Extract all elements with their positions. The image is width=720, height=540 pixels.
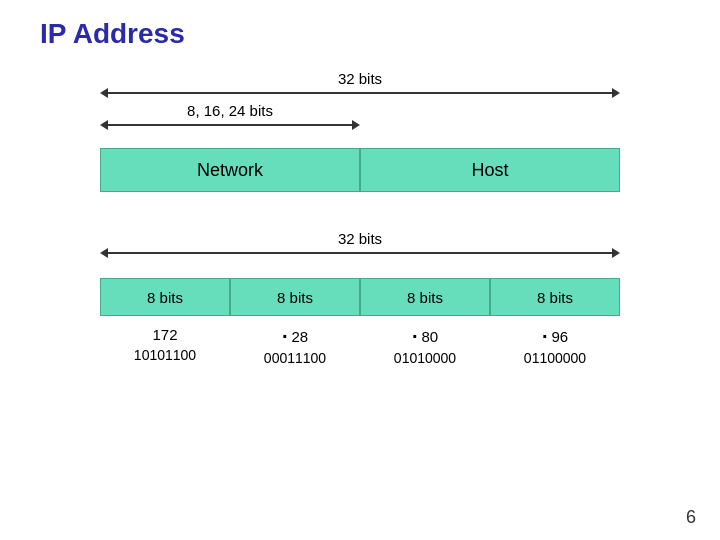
arrow-line-top <box>108 92 612 94</box>
num-decimal-4: · 96 <box>542 326 568 346</box>
arrowhead-right-816 <box>352 120 360 130</box>
arrowhead-right-bottom <box>612 248 620 258</box>
num-cell-2: · 28 00011100 <box>230 326 360 366</box>
bits-box-1: 8 bits <box>100 278 230 316</box>
num-decimal-1: 172 <box>152 326 177 343</box>
num-decimal-3: · 80 <box>412 326 438 346</box>
arrow-32-bottom-label: 32 bits <box>338 230 382 247</box>
arrowhead-left-top <box>100 88 108 98</box>
binary-2: 00011100 <box>264 350 326 366</box>
arrowhead-left-bottom <box>100 248 108 258</box>
page-title: IP Address <box>40 18 185 50</box>
arrow-8-16-label: 8, 16, 24 bits <box>187 102 273 119</box>
dot-sep-2: · <box>412 326 418 346</box>
network-box: Network <box>100 148 360 192</box>
decimal-2: 28 <box>291 328 308 345</box>
bits-box-2: 8 bits <box>230 278 360 316</box>
num-cell-1: 172 10101100 <box>100 326 230 366</box>
num-cell-4: · 96 01100000 <box>490 326 620 366</box>
page-number: 6 <box>686 507 696 528</box>
arrow-8-16: 8, 16, 24 bits <box>100 120 360 130</box>
decimal-4: 96 <box>551 328 568 345</box>
dot-sep-3: · <box>542 326 548 346</box>
network-host-row: Network Host <box>100 148 620 192</box>
arrow-32-bottom: 32 bits <box>100 248 620 258</box>
binary-4: 01100000 <box>524 350 586 366</box>
arrowhead-left-816 <box>100 120 108 130</box>
arrow-line-816 <box>108 124 352 126</box>
arrow-line-bottom <box>108 252 612 254</box>
numbers-row: 172 10101100 · 28 00011100 · 80 01010000… <box>100 326 620 366</box>
arrowhead-right-top <box>612 88 620 98</box>
arrow-32-top: 32 bits <box>100 88 620 98</box>
bits-boxes-row: 8 bits 8 bits 8 bits 8 bits <box>100 278 620 316</box>
decimal-3: 80 <box>421 328 438 345</box>
bits-box-4: 8 bits <box>490 278 620 316</box>
binary-3: 01010000 <box>394 350 456 366</box>
binary-1: 10101100 <box>134 347 196 363</box>
host-box: Host <box>360 148 620 192</box>
num-cell-3: · 80 01010000 <box>360 326 490 366</box>
bits-box-3: 8 bits <box>360 278 490 316</box>
num-decimal-2: · 28 <box>282 326 308 346</box>
dot-sep-1: · <box>282 326 288 346</box>
arrow-32-top-label: 32 bits <box>338 70 382 87</box>
decimal-1: 172 <box>152 326 177 343</box>
